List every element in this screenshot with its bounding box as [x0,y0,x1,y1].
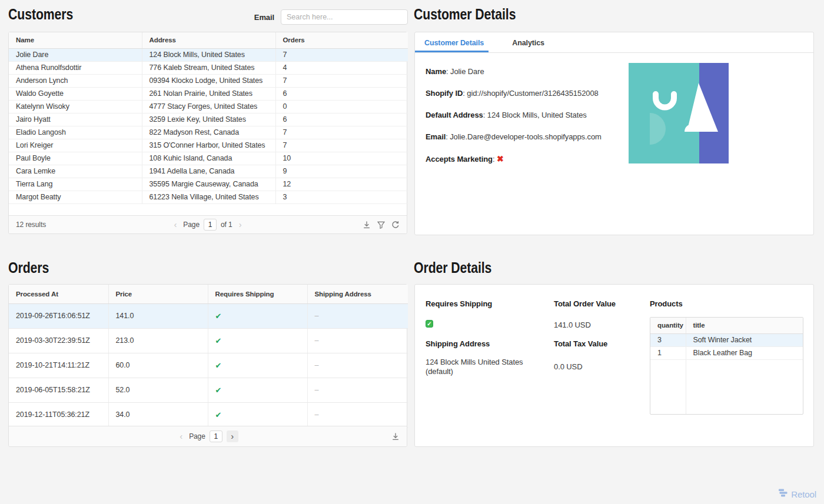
cell-price: 213.0 [108,328,208,353]
cell-orders: 7 [275,48,408,61]
products-table: quantity title 3Soft Winter Jacket1Black… [650,318,803,360]
field-default-address: Default Address: 124 Block Mills, United… [426,111,803,119]
refresh-icon[interactable] [391,221,400,229]
table-row[interactable]: 2019-06-05T15:58:21Z52.0✔– [9,378,408,402]
orders-table: Processed At Price Requires Shipping Shi… [9,285,408,428]
prev-page-icon[interactable]: ‹ [171,219,179,230]
table-row[interactable]: Lori Kreiger315 O'Conner Harbor, United … [9,139,408,152]
cell-orders: 7 [275,139,408,152]
next-page-icon[interactable]: › [227,430,238,442]
customers-table-card: Name Address Orders Jolie Dare124 Block … [8,32,407,234]
table-row[interactable]: Athena Runolfsdottir776 Kaleb Stream, Un… [9,61,408,74]
table-row[interactable]: Anderson Lynch09394 Klocko Lodge, United… [9,74,408,87]
prev-page-icon[interactable]: ‹ [177,431,185,442]
orders-pager: ‹ Page › [9,430,407,442]
tab-customer-details[interactable]: Customer Details [415,32,489,52]
cell-price: 60.0 [108,353,208,378]
cell-price: 52.0 [108,378,208,402]
download-icon[interactable] [363,221,371,229]
field-shopify-id: Shopify ID: gid://shopify/Customer/31264… [426,89,803,98]
cell-requires_shipping: ✔ [208,402,307,427]
retool-brand[interactable]: Retool [778,489,816,499]
cell-orders: 4 [275,61,408,74]
cell-quantity: 3 [650,333,686,346]
column-header-address[interactable]: Address [142,32,275,48]
retool-brand-label: Retool [791,489,816,499]
cell-name: Eladio Langosh [9,126,142,139]
cell-processed_at: 2019-06-05T15:58:21Z [9,378,108,402]
cell-processed_at: 2019-10-21T14:11:21Z [9,353,108,378]
cell-orders: 7 [275,74,408,87]
cell-requires_shipping: ✔ [208,353,307,378]
download-icon[interactable] [391,432,400,440]
cell-name: Athena Runolfsdottir [9,61,142,74]
table-row[interactable]: Cara Lemke1941 Adella Lane, Canada9 [9,165,408,178]
table-row[interactable]: 2019-10-21T14:11:21Z60.0✔– [9,353,408,378]
total-tax-value-label: Total Tax Value [554,339,607,348]
table-row[interactable]: 3Soft Winter Jacket [650,333,803,346]
column-header-shipping-address[interactable]: Shipping Address [307,285,408,303]
filter-icon[interactable] [377,221,385,229]
cell-quantity: 1 [650,346,686,359]
products-header-row: quantity title [650,318,803,333]
cell-shipping_address: – [307,303,408,328]
customer-details-tabs: Customer Details Analytics [415,32,813,53]
cell-processed_at: 2019-12-11T05:36:21Z [9,402,108,427]
table-row[interactable]: 2019-12-11T05:36:21Z34.0✔– [9,402,408,427]
table-row[interactable]: Jolie Dare124 Block Mills, United States… [9,48,408,61]
cell-orders: 6 [275,113,408,126]
column-header-title[interactable]: title [686,318,803,333]
column-header-quantity[interactable]: quantity [650,318,686,333]
requires-shipping-label: Requires Shipping [426,299,492,308]
cell-price: 141.0 [108,303,208,328]
table-row[interactable]: Katelynn Wisoky4777 Stacy Forges, United… [9,100,408,113]
order-details-heading: Order Details [414,260,491,275]
table-row[interactable]: Jairo Hyatt3259 Lexie Key, United States… [9,113,408,126]
cell-name: Paul Boyle [9,152,142,165]
table-row[interactable]: 2019-03-30T22:39:51Z213.0✔– [9,328,408,353]
next-page-icon[interactable]: › [237,219,244,230]
column-header-name[interactable]: Name [9,32,142,48]
cell-orders: 9 [275,165,408,178]
table-row[interactable]: 1Black Leather Bag [650,346,803,359]
page-number-input[interactable] [204,219,217,231]
column-header-orders[interactable]: Orders [275,32,408,48]
table-row[interactable]: Paul Boyle108 Kuhic Island, Canada10 [9,152,408,165]
cell-name: Cara Lemke [9,165,142,178]
table-row[interactable]: 2019-09-26T16:06:51Z141.0✔– [9,303,408,328]
check-icon: ✓ [426,320,433,328]
cell-shipping_address: – [307,328,408,353]
table-row[interactable]: Tierra Lang35595 Margie Causeway, Canada… [9,178,408,191]
cell-address: 61223 Nella Village, United States [142,191,275,203]
email-search-input[interactable] [281,9,408,25]
order-details-card: Requires Shipping ✓ Shipping Address 124… [414,284,814,447]
table-row[interactable]: Waldo Goyette261 Nolan Prairie, United S… [9,87,408,100]
cell-name: Jolie Dare [9,48,142,61]
cell-requires_shipping: ✔ [208,378,307,402]
cell-shipping_address: – [307,353,408,378]
table-row[interactable]: Eladio Langosh822 Madyson Rest, Canada7 [9,126,408,139]
cell-name: Waldo Goyette [9,87,142,100]
orders-header-row: Processed At Price Requires Shipping Shi… [9,285,408,303]
page-number-input[interactable] [210,430,222,442]
customer-details-heading: Customer Details [414,6,516,22]
cross-icon: ✖ [497,154,504,163]
customers-table-footer: 12 results ‹ Page of 1 › [9,215,407,233]
cell-address: 3259 Lexie Key, United States [142,113,275,126]
products-table-card: quantity title 3Soft Winter Jacket1Black… [650,317,803,415]
column-header-processed-at[interactable]: Processed At [9,285,108,303]
cell-title: Soft Winter Jacket [686,333,803,346]
cell-orders: 12 [275,178,408,191]
table-row[interactable]: Margot Beatty61223 Nella Village, United… [9,191,408,203]
field-email: Email: Jolie.Dare@developer-tools.shopif… [426,132,803,141]
cell-address: 261 Nolan Prairie, United States [142,87,275,100]
column-header-requires-shipping[interactable]: Requires Shipping [208,285,307,303]
tab-analytics[interactable]: Analytics [503,32,549,52]
customer-image [629,63,729,163]
shipping-address-label: Shipping Address [426,339,490,348]
cell-address: 822 Madyson Rest, Canada [142,126,275,139]
cell-orders: 3 [275,191,408,203]
customers-header-row: Name Address Orders [9,32,408,48]
column-header-price[interactable]: Price [108,285,208,303]
cell-name: Anderson Lynch [9,74,142,87]
